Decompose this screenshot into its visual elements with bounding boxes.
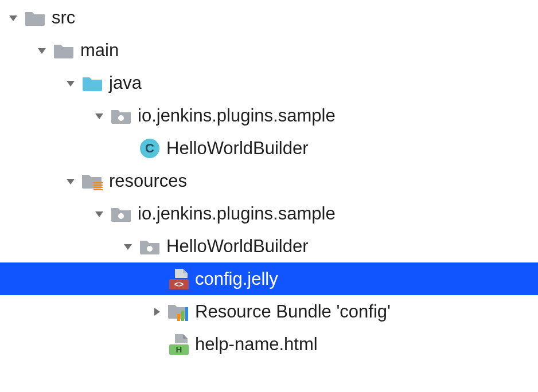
project-tree[interactable]: srcmainjavaio.jenkins.plugins.sampleCHel… bbox=[0, 0, 538, 360]
class-icon: C bbox=[138, 138, 162, 159]
svg-marker-14 bbox=[124, 244, 132, 250]
svg-text:C: C bbox=[145, 141, 154, 155]
svg-marker-7 bbox=[67, 179, 75, 185]
tree-item-label: config.jelly bbox=[195, 270, 278, 288]
chevron-down-icon[interactable] bbox=[89, 110, 109, 121]
chevron-down-icon[interactable] bbox=[61, 77, 80, 89]
svg-marker-12 bbox=[95, 211, 103, 217]
tree-row-io-jenkins-plugins-sample[interactable]: io.jenkins.plugins.sample bbox=[0, 99, 538, 132]
svg-marker-2 bbox=[67, 81, 75, 87]
tree-item-label: resources bbox=[109, 172, 187, 190]
tree-row-config-jelly[interactable]: <>config.jelly bbox=[0, 262, 538, 295]
svg-marker-3 bbox=[95, 113, 103, 119]
svg-rect-19 bbox=[177, 314, 180, 321]
tree-row-help-name-html[interactable]: Hhelp-name.html bbox=[0, 328, 538, 360]
tree-item-label: HelloWorldBuilder bbox=[166, 139, 309, 157]
tree-item-label: Resource Bundle 'config' bbox=[195, 303, 391, 320]
html-icon: H bbox=[166, 333, 190, 356]
folder-blue-icon bbox=[80, 74, 104, 92]
package-icon bbox=[138, 237, 162, 256]
svg-marker-18 bbox=[154, 308, 160, 316]
folder-gray-icon bbox=[52, 41, 76, 60]
svg-text:<>: <> bbox=[174, 280, 184, 289]
jelly-icon: <> bbox=[166, 268, 190, 291]
svg-marker-0 bbox=[9, 15, 17, 21]
tree-row-resources[interactable]: resources bbox=[0, 164, 538, 197]
tree-item-label: io.jenkins.plugins.sample bbox=[138, 205, 336, 222]
svg-point-4 bbox=[118, 115, 124, 121]
svg-rect-21 bbox=[185, 307, 188, 321]
chevron-right-icon[interactable] bbox=[147, 306, 166, 317]
tree-item-label: io.jenkins.plugins.sample bbox=[138, 107, 336, 124]
tree-row-helloworldbuilder[interactable]: CHelloWorldBuilder bbox=[0, 132, 538, 164]
chevron-down-icon[interactable] bbox=[118, 241, 138, 252]
tree-row-java[interactable]: java bbox=[0, 66, 538, 99]
tree-item-label: help-name.html bbox=[195, 335, 318, 353]
folder-gray-icon bbox=[23, 9, 47, 27]
chevron-down-icon[interactable] bbox=[89, 208, 109, 219]
svg-point-15 bbox=[147, 246, 153, 252]
svg-point-13 bbox=[118, 213, 124, 219]
tree-item-label: java bbox=[109, 74, 142, 92]
tree-row-resource-bundle-config[interactable]: Resource Bundle 'config' bbox=[0, 295, 538, 328]
tree-item-label: src bbox=[52, 9, 75, 26]
svg-marker-1 bbox=[38, 48, 46, 54]
chevron-down-icon[interactable] bbox=[61, 175, 80, 187]
tree-row-io-jenkins-plugins-sample[interactable]: io.jenkins.plugins.sample bbox=[0, 197, 538, 230]
chevron-down-icon[interactable] bbox=[3, 12, 23, 23]
tree-row-helloworldbuilder[interactable]: HelloWorldBuilder bbox=[0, 230, 538, 262]
chevron-down-icon[interactable] bbox=[32, 45, 52, 56]
svg-rect-20 bbox=[181, 311, 184, 321]
tree-item-label: HelloWorldBuilder bbox=[166, 237, 309, 255]
tree-row-src[interactable]: src bbox=[0, 1, 538, 34]
package-icon bbox=[109, 107, 133, 125]
resources-icon bbox=[80, 171, 104, 191]
package-icon bbox=[109, 205, 133, 223]
tree-item-label: main bbox=[80, 41, 119, 59]
svg-text:H: H bbox=[176, 344, 182, 354]
resource-bundle-icon bbox=[166, 301, 190, 322]
tree-row-main[interactable]: main bbox=[0, 34, 538, 66]
